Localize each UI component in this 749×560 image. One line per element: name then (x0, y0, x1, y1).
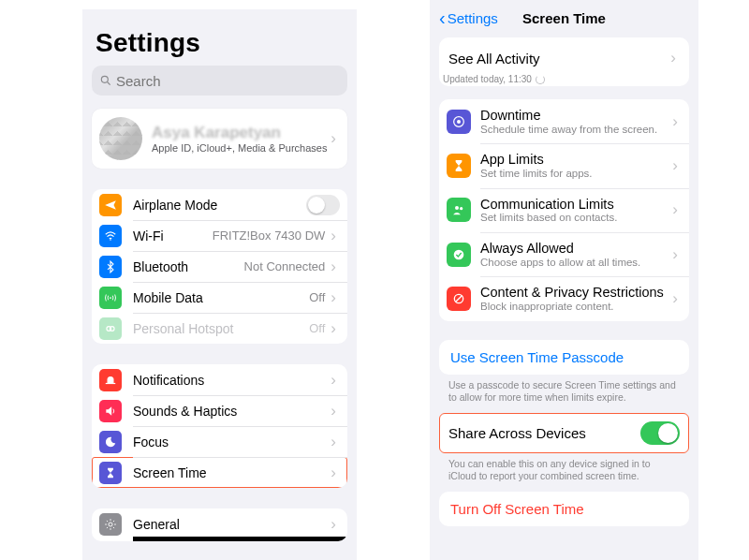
wifi-icon (99, 225, 122, 247)
always-title: Always Allowed (480, 241, 672, 257)
search-bar[interactable] (92, 66, 347, 96)
bell-icon (99, 369, 122, 391)
chevron-right-icon: › (672, 289, 682, 308)
chevron-right-icon: › (327, 464, 340, 482)
back-button[interactable]: ‹ Settings (439, 7, 498, 29)
content-sub: Block inappropriate content. (480, 301, 672, 313)
search-input[interactable] (116, 73, 340, 89)
row-notifications[interactable]: Notifications › (92, 364, 347, 395)
row-app-limits[interactable]: App LimitsSet time limits for apps. › (439, 143, 689, 187)
comms-title: Communication Limits (480, 197, 672, 213)
svg-point-3 (110, 297, 111, 299)
svg-point-12 (454, 249, 464, 259)
people-icon (447, 198, 471, 222)
row-content-restrictions[interactable]: Content & Privacy RestrictionsBlock inap… (439, 276, 689, 320)
row-hotspot[interactable]: Personal Hotspot Off › (92, 313, 347, 344)
updated-meta: Updated today, 11:30 (443, 74, 532, 84)
svg-line-1 (108, 82, 110, 85)
row-airplane[interactable]: Airplane Mode (92, 189, 347, 220)
row-focus[interactable]: Focus › (92, 426, 347, 457)
row-sounds[interactable]: Sounds & Haptics › (92, 395, 347, 426)
row-bluetooth[interactable]: Bluetooth Not Connected › (92, 251, 347, 282)
svg-point-0 (101, 76, 108, 82)
row-comm-limits[interactable]: Communication LimitsSet limits based on … (439, 188, 689, 232)
profile-card[interactable]: Asya Karapetyan Apple ID, iCloud+, Media… (92, 109, 347, 169)
speaker-icon (99, 400, 122, 422)
svg-point-10 (455, 206, 459, 210)
content-title: Content & Privacy Restrictions (480, 285, 672, 301)
row-always-allowed[interactable]: Always AllowedChoose apps to allow at al… (439, 232, 689, 276)
general-label: General (133, 517, 180, 532)
row-screen-time[interactable]: Screen Time › (92, 457, 347, 488)
airplane-icon (99, 194, 122, 216)
chevron-right-icon: › (672, 245, 682, 264)
left-phone: Settings Asya Karapetyan Apple ID, iClou… (82, 9, 357, 560)
row-wifi[interactable]: Wi-Fi FRITZ!Box 7430 DW › (92, 220, 347, 251)
screentime-label: Screen Time (133, 465, 207, 480)
downtime-sub: Schedule time away from the screen. (480, 124, 672, 136)
row-downtime[interactable]: DowntimeSchedule time away from the scre… (439, 99, 689, 143)
chevron-right-icon: › (672, 112, 682, 131)
activity-card: See All Activity › Updated today, 11:30 (439, 37, 689, 86)
svg-point-11 (460, 207, 463, 210)
back-label: Settings (448, 10, 498, 26)
connectivity-group: Airplane Mode Wi-Fi FRITZ!Box 7430 DW › … (92, 189, 347, 344)
chevron-right-icon: › (330, 129, 340, 148)
turn-off-link[interactable]: Turn Off Screen Time (439, 492, 689, 526)
chevron-right-icon: › (672, 200, 682, 219)
passcode-note: Use a passcode to secure Screen Time set… (439, 375, 689, 404)
chevron-right-icon: › (327, 402, 340, 420)
see-all-activity[interactable]: See All Activity › (439, 45, 689, 71)
wifi-value: FRITZ!Box 7430 DW (213, 228, 328, 243)
use-passcode-link[interactable]: Use Screen Time Passcode (439, 340, 689, 375)
hourglass-icon (447, 154, 471, 178)
avatar (99, 117, 142, 160)
chevron-right-icon: › (327, 258, 340, 276)
settings-title: Settings (92, 9, 347, 66)
svg-point-2 (110, 239, 111, 241)
moon-icon (99, 431, 122, 453)
chevron-right-icon: › (327, 227, 340, 245)
chevron-left-icon: ‹ (439, 7, 446, 29)
gear-icon (99, 513, 122, 536)
see-all-label: See All Activity (448, 51, 540, 66)
mobile-value: Off (309, 290, 327, 304)
cellular-icon (99, 287, 122, 309)
row-share-devices[interactable]: Share Across Devices (439, 413, 689, 453)
comms-sub: Set limits based on contacts. (480, 212, 672, 224)
chevron-right-icon: › (327, 319, 340, 338)
share-switch[interactable] (640, 421, 680, 445)
spinner-icon (536, 75, 545, 84)
limits-group: DowntimeSchedule time away from the scre… (439, 99, 689, 321)
navbar: ‹ Settings Screen Time (439, 0, 689, 32)
chevron-right-icon: › (327, 371, 340, 390)
row-general[interactable]: General › (92, 508, 347, 539)
general-group: General › (92, 508, 347, 541)
airplane-switch[interactable] (306, 195, 340, 215)
hourglass-icon (99, 462, 122, 484)
attention-group: Notifications › Sounds & Haptics › Focus… (92, 364, 347, 488)
notifications-label: Notifications (133, 373, 204, 388)
right-phone: ‹ Settings Screen Time See All Activity … (430, 0, 698, 560)
share-note: You can enable this on any device signed… (439, 453, 689, 482)
search-icon (99, 74, 112, 87)
svg-line-14 (456, 296, 463, 302)
airplane-label: Airplane Mode (133, 198, 217, 213)
bluetooth-label: Bluetooth (133, 259, 188, 274)
nosign-icon (447, 287, 471, 311)
svg-point-9 (457, 120, 461, 124)
chevron-right-icon: › (670, 49, 680, 67)
hotspot-icon (99, 317, 122, 340)
checkmark-icon (447, 243, 471, 267)
downtime-title: Downtime (480, 108, 672, 124)
row-mobile-data[interactable]: Mobile Data Off › (92, 282, 347, 313)
chevron-right-icon: › (327, 433, 340, 451)
sounds-label: Sounds & Haptics (133, 404, 237, 419)
chevron-right-icon: › (672, 156, 682, 175)
svg-rect-6 (106, 382, 116, 383)
mobile-label: Mobile Data (133, 290, 203, 305)
applimits-sub: Set time limits for apps. (480, 168, 672, 180)
hotspot-label: Personal Hotspot (133, 321, 233, 336)
focus-label: Focus (133, 435, 169, 449)
profile-name: Asya Karapetyan (152, 124, 327, 142)
